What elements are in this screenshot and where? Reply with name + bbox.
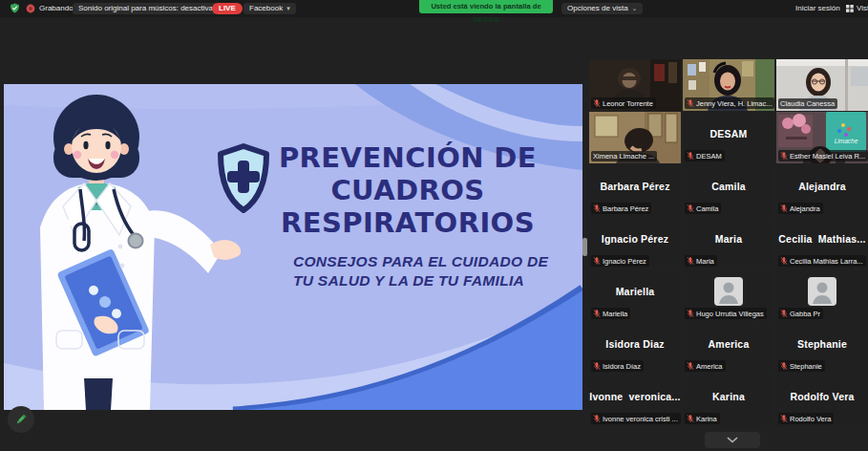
participant-tile[interactable]: Rodolfo Vera Rodolfo Vera	[776, 375, 868, 426]
participant-tile[interactable]: DESAM DESAM	[683, 112, 774, 163]
participant-tile[interactable]: Ivonne veronica... Ivonne veronica crist…	[589, 375, 681, 426]
participant-tile[interactable]: Limache Esther Masiel Leiva R...	[776, 112, 868, 163]
muted-mic-icon	[780, 414, 788, 423]
original-sound-toggle[interactable]: Sonido original para músicos: desactivad…	[73, 3, 227, 14]
participant-tile[interactable]: Stephanie Stephanie	[776, 322, 868, 374]
participant-name-label: DESAM	[685, 150, 725, 161]
participant-name-label: Isidora Díaz	[591, 360, 644, 372]
recording-dot-icon	[26, 4, 35, 13]
participant-tile[interactable]: Camila Camila	[683, 164, 774, 216]
live-badge: LIVE	[212, 3, 243, 14]
participant-tile[interactable]: Leonor Torrente	[589, 59, 681, 111]
participant-name-text: Esther Masiel Leiva R...	[790, 152, 865, 161]
slide-subtitle-line: CONSEJOS PARA EL CUIDADO DE	[293, 252, 548, 271]
participant-tile[interactable]: Jenny Viera, H. Limac...	[683, 59, 774, 111]
zoom-meeting-window: Grabando Sonido original para músicos: d…	[0, 0, 868, 451]
participant-name-label: Jenny Viera, H. Limac...	[685, 97, 774, 109]
participant-name-label: Ignacio Pérez	[591, 255, 649, 267]
chevron-down-icon	[727, 437, 738, 443]
participant-center-name: Alejandra	[776, 172, 868, 201]
participant-center-name: Stephanie	[776, 330, 868, 358]
participant-center-name: Mariella	[589, 277, 681, 306]
shared-screen-slide: PREVENCIÓN DE CUADROS RESPIRATORIOS CONS…	[4, 84, 582, 410]
participant-name-text: Alejandra	[790, 204, 820, 213]
participant-tile[interactable]: America America	[683, 322, 774, 374]
participant-center-name: America	[683, 330, 774, 358]
participant-name-text: Rodolfo Vera	[790, 415, 831, 423]
participant-name-text: Stephanie	[790, 362, 822, 371]
slide-background-art	[4, 84, 582, 410]
participant-name-label: Esther Masiel Leiva R...	[778, 150, 868, 161]
participant-name-label: Barbara Pérez	[591, 203, 651, 214]
view-layout-button[interactable]: Vist	[846, 3, 868, 14]
pencil-icon	[14, 413, 28, 426]
muted-mic-icon	[780, 204, 788, 213]
participant-name-text: DESAM	[696, 152, 722, 161]
participant-tile[interactable]: Claudia Canessa	[776, 59, 868, 111]
participant-tile[interactable]: Isidora Diaz Isidora Díaz	[589, 322, 681, 374]
slide-subtitle: CONSEJOS PARA EL CUIDADO DE TU SALUD Y L…	[293, 252, 548, 290]
participant-tile[interactable]: Ximena Limache ...	[589, 112, 681, 163]
participant-center-name: Camila	[683, 172, 774, 201]
recording-label: Grabando	[39, 3, 74, 14]
facebook-stream-dropdown[interactable]: Facebook▾	[243, 3, 296, 14]
participant-name-label: Camila	[685, 203, 721, 214]
slide-title: PREVENCIÓN DE CUADROS RESPIRATORIOS	[233, 141, 582, 239]
muted-mic-icon	[593, 309, 601, 318]
participant-name-text: Gabba Pr	[790, 310, 820, 318]
participant-name-text: Ignacio Pérez	[603, 257, 646, 266]
participant-tile[interactable]: Maria Maria	[683, 217, 774, 268]
participant-center-name: Maria	[683, 225, 774, 253]
screen-share-status-banner: Usted está viendo la pantalla de DESAM	[419, 0, 553, 13]
muted-mic-icon	[687, 151, 694, 161]
participant-name-text: Leonor Torrente	[603, 99, 653, 108]
participant-name-label: Ximena Limache ...	[591, 151, 657, 161]
participant-name-text: Camila	[696, 204, 718, 213]
participant-tile[interactable]: Hugo Urrutia Villegas	[683, 269, 774, 321]
muted-mic-icon	[687, 361, 694, 371]
participants-grid: Leonor Torrente Jenny Viera, H. Limac...	[589, 59, 868, 426]
muted-mic-icon	[780, 151, 788, 161]
muted-mic-icon	[687, 98, 694, 108]
chevron-down-icon: ▾	[286, 5, 290, 11]
participant-tile[interactable]: Cecilia Mathias... Cecilia Mathias Larra…	[776, 217, 868, 268]
participant-name-text: Barbara Pérez	[603, 204, 648, 213]
participant-center-name: Ivonne veronica...	[589, 382, 681, 411]
view-options-dropdown[interactable]: Opciones de vista⌄	[561, 3, 643, 14]
participant-name-label: Ivonne veronica cristi ...	[591, 413, 681, 424]
participant-center-name: Isidora Diaz	[589, 330, 681, 358]
participant-center-name: DESAM	[683, 119, 774, 148]
muted-mic-icon	[593, 414, 601, 423]
view-options-label: Opciones de vista	[567, 4, 628, 12]
slide-subtitle-line: TU SALUD Y LA DE TU FAMILIA	[293, 271, 548, 290]
muted-mic-icon	[780, 256, 788, 266]
participant-tile[interactable]: Ignacio Pérez Ignacio Pérez	[589, 217, 681, 268]
annotation-tool-button[interactable]	[8, 406, 34, 433]
muted-mic-icon	[687, 204, 694, 213]
participant-tile[interactable]: Alejandra Alejandra	[776, 164, 868, 216]
participant-name-label: Stephanie	[778, 360, 825, 372]
participant-center-name: Karina	[683, 382, 774, 411]
participant-name-label: Mariella	[591, 308, 630, 319]
collapse-participants-button[interactable]	[705, 432, 760, 448]
muted-mic-icon	[593, 204, 601, 213]
participant-name-text: Ivonne veronica cristi ...	[603, 415, 678, 423]
muted-mic-icon	[593, 361, 601, 371]
participant-tile[interactable]: Gabba Pr	[776, 269, 868, 321]
grid-view-icon	[846, 5, 854, 12]
chevron-down-icon: ⌄	[632, 5, 638, 11]
meeting-topbar: Grabando Sonido original para músicos: d…	[0, 0, 868, 17]
participant-tile[interactable]: Barbara Pérez Barbara Pérez	[589, 164, 681, 216]
participant-center-name: Cecilia Mathias...	[776, 225, 868, 253]
participant-name-text: Cecilia Mathias Larra...	[790, 257, 863, 266]
participant-name-label: Leonor Torrente	[591, 97, 656, 109]
security-shield-icon[interactable]	[10, 3, 20, 13]
participant-tile[interactable]: Mariella Mariella	[589, 269, 681, 321]
participant-name-label: Cecilia Mathias Larra...	[778, 255, 866, 267]
participant-center-name: Barbara Pérez	[589, 172, 681, 201]
participant-tile[interactable]: Karina Karina	[683, 375, 774, 426]
participant-name-text: Isidora Díaz	[603, 362, 641, 371]
sign-in-button[interactable]: Iniciar sesión	[795, 3, 840, 14]
panel-resize-handle[interactable]	[582, 238, 587, 256]
participant-name-label: Hugo Urrutia Villegas	[685, 308, 767, 319]
